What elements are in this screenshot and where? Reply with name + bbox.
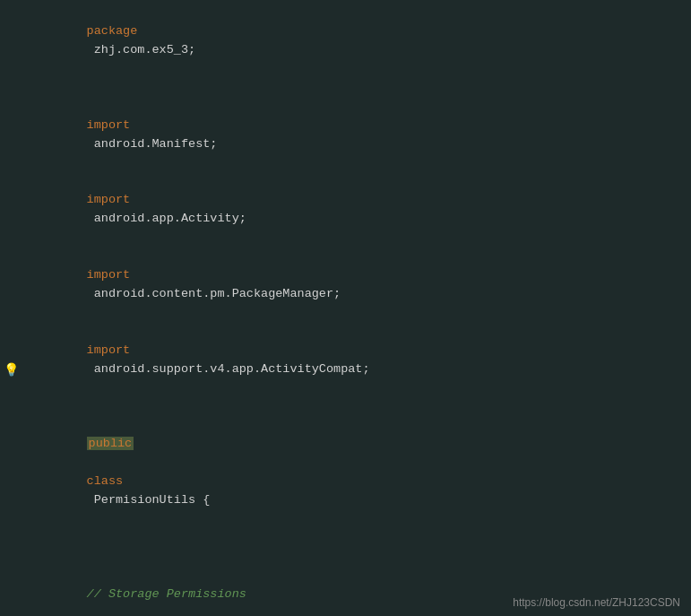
line-import-4: import android.support.v4.app.ActivityCo…: [0, 323, 691, 398]
keyword-import: import: [87, 268, 131, 282]
line-import-3: import android.content.pm.PackageManager…: [0, 247, 691, 323]
keyword-class: class: [87, 474, 124, 488]
line-import-1: import android.Manifest;: [0, 98, 691, 173]
line-class-decl: public class PermisionUtils {: [0, 416, 691, 529]
comment-storage: // Storage Permissions: [87, 587, 246, 601]
line-blank-1: [0, 79, 691, 98]
watermark: https://blog.csdn.net/ZHJ123CSDN: [513, 596, 680, 609]
keyword-import: import: [87, 343, 131, 357]
code-editor: package zhj.com.ex5_3; import android.Ma…: [0, 0, 691, 616]
line-blank-3: [0, 529, 691, 548]
lightbulb-icon[interactable]: 💡: [4, 361, 19, 381]
keyword-package: package: [87, 24, 138, 38]
line-1: package zhj.com.ex5_3;: [0, 4, 691, 79]
line-blank-2: [0, 397, 691, 416]
keyword-public: public: [87, 437, 134, 450]
package-name: zhj.com.ex5_3;: [87, 43, 196, 56]
keyword-import: import: [87, 193, 131, 206]
keyword-import: import: [87, 118, 131, 132]
line-import-2: import android.app.Activity;: [0, 172, 691, 247]
